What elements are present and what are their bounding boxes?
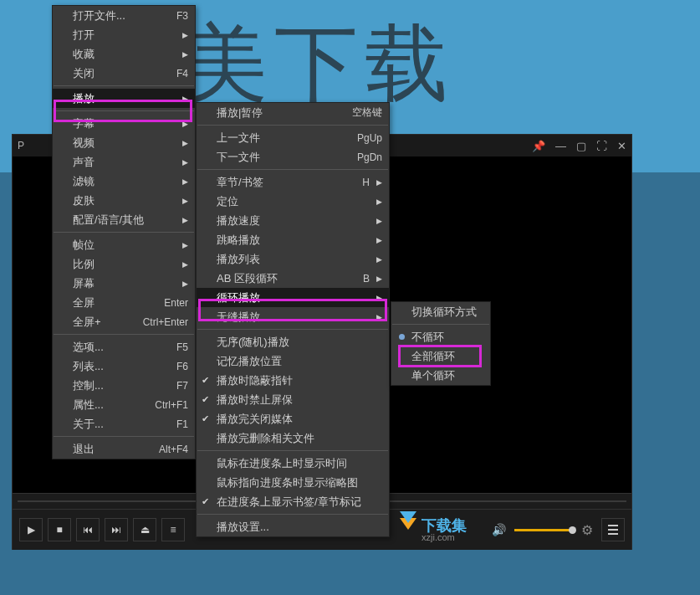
menu-item[interactable]: 退出Alt+F4 (53, 439, 195, 459)
menu-item[interactable]: 播放▶ (53, 89, 195, 108)
menu-item[interactable]: 滤镜▶ (53, 172, 195, 191)
menu-item[interactable]: 不循环 (391, 327, 490, 346)
menu-item[interactable]: 上一文件PgUp (197, 128, 389, 147)
menu-item[interactable]: 全屏Enter (53, 293, 195, 312)
fullscreen-icon[interactable]: ⛶ (596, 140, 607, 152)
menu-shortcut: H (340, 177, 370, 188)
menu-item-label: 播放 (73, 91, 95, 106)
menu-separator (197, 329, 388, 330)
menu-item[interactable]: 关闭F4 (53, 64, 195, 83)
title-text: P (18, 140, 24, 151)
menu-item[interactable]: 章节/书签H▶ (197, 172, 389, 192)
menu-item[interactable]: 播放速度▶ (197, 211, 389, 230)
menu-item[interactable]: 关于...F1 (53, 414, 195, 433)
menu-item[interactable]: 定位▶ (197, 192, 389, 211)
menu-item[interactable]: 单个循环 (391, 366, 490, 385)
menu-shortcut: F1 (155, 418, 188, 430)
submenu-arrow-icon: ▶ (161, 158, 188, 167)
menu-item[interactable]: 帧位▶ (53, 235, 195, 254)
settings-icon[interactable]: ⚙ (581, 522, 593, 538)
menu-item[interactable]: 播放完删除相关文件 (197, 428, 389, 448)
menu-item[interactable]: 鼠标指向进度条时显示缩略图 (197, 473, 389, 492)
menu-item[interactable]: ✔播放完关闭媒体 (197, 409, 389, 428)
menu-item-label: 皮肤 (73, 193, 95, 208)
menu-item[interactable]: 配置/语言/其他▶ (53, 210, 195, 229)
menu-item-label: 帧位 (73, 238, 95, 253)
menu-item[interactable]: 打开文件...F3 (53, 6, 195, 25)
menu-separator (197, 169, 388, 170)
submenu-arrow-icon: ▶ (355, 313, 382, 321)
menu-item-label: 鼠标指向进度条时显示缩略图 (217, 475, 358, 490)
brand-logo: 下载集 xzji.com (400, 518, 467, 542)
menu-item[interactable]: 属性...Ctrl+F1 (53, 395, 195, 414)
submenu-arrow-icon: ▶ (355, 217, 382, 225)
menu-item[interactable]: 无序(随机)播放 (197, 332, 389, 351)
menu-item[interactable]: ✔在进度条上显示书签/章节标记 (197, 492, 389, 511)
menu-item[interactable]: 下一文件PgDn (197, 147, 389, 167)
menu-item[interactable]: 切换循环方式 (391, 302, 490, 321)
submenu-arrow-icon: ▶ (355, 236, 382, 244)
menu-item[interactable]: 跳略播放▶ (197, 230, 389, 249)
menu-item-label: 在进度条上显示书签/章节标记 (217, 495, 361, 510)
menu-item[interactable]: 声音▶ (53, 152, 195, 172)
menu-item[interactable]: 播放设置... (197, 517, 389, 536)
volume-icon[interactable]: 🔊 (492, 523, 506, 536)
menu-item[interactable]: 视频▶ (53, 133, 195, 152)
playlist-button[interactable]: ≡ (161, 518, 185, 541)
close-icon[interactable]: ✕ (617, 140, 626, 152)
menu-shortcut: F6 (155, 361, 188, 372)
menu-item[interactable]: 打开▶ (53, 25, 195, 44)
menu-item[interactable]: 比例▶ (53, 254, 195, 274)
stop-button[interactable]: ■ (48, 518, 71, 541)
menu-shortcut: PgDn (335, 151, 382, 163)
menu-item-label: 上一文件 (217, 131, 260, 146)
menu-item-label: 播放速度 (217, 213, 260, 228)
menu-shortcut: F4 (155, 68, 188, 80)
menu-item-label: 播放时禁止屏保 (217, 392, 293, 408)
menu-item-label: 退出 (73, 442, 95, 457)
menu-shortcut: B (341, 273, 370, 285)
menu-item-label: 声音 (73, 155, 95, 170)
next-button[interactable]: ⏭ (105, 518, 128, 541)
play-button[interactable]: ▶ (19, 518, 43, 541)
menu-item[interactable]: 鼠标在进度条上时显示时间 (197, 454, 389, 473)
menu-item[interactable]: ✔播放时隐蔽指针 (197, 371, 389, 390)
brand-name: 下载集 (422, 517, 467, 534)
menu-item[interactable]: 字幕▶ (53, 114, 195, 133)
menu-item[interactable]: 播放|暂停空格键 (197, 103, 389, 122)
menu-item[interactable]: 全屏+Ctrl+Enter (53, 312, 195, 331)
prev-button[interactable]: ⏮ (76, 518, 100, 541)
context-menu-main: 打开文件...F3打开▶收藏▶关闭F4播放▶字幕▶视频▶声音▶滤镜▶皮肤▶配置/… (52, 5, 196, 459)
menu-item-label: 无序(随机)播放 (217, 335, 289, 350)
maximize-icon[interactable]: ▢ (576, 140, 586, 152)
menu-separator (197, 514, 388, 515)
menu-button[interactable] (601, 518, 625, 541)
menu-item[interactable]: 无缝播放▶ (197, 307, 389, 326)
menu-item[interactable]: AB 区段循环B▶ (197, 269, 389, 288)
submenu-arrow-icon: ▶ (161, 197, 188, 205)
menu-item-label: 视频 (73, 136, 95, 151)
menu-item[interactable]: 列表...F6 (53, 356, 195, 376)
menu-item[interactable]: 控制...F7 (53, 376, 195, 395)
menu-item-label: 循环播放 (217, 290, 260, 305)
minimize-icon[interactable]: — (555, 140, 566, 152)
menu-item[interactable]: 皮肤▶ (53, 191, 195, 210)
menu-item[interactable]: 播放列表▶ (197, 249, 389, 269)
eject-button[interactable]: ⏏ (133, 518, 156, 541)
check-icon: ✔ (202, 496, 209, 507)
pin-icon[interactable]: 📌 (532, 140, 545, 152)
menu-item[interactable]: 全部循环 (391, 346, 490, 366)
menu-item-label: 播放完删除相关文件 (217, 431, 314, 446)
volume-slider[interactable] (514, 529, 573, 531)
menu-item[interactable]: 收藏▶ (53, 44, 195, 64)
menu-item[interactable]: 循环播放▶ (197, 288, 389, 307)
menu-item-label: 列表... (73, 359, 104, 374)
menu-item[interactable]: 屏幕▶ (53, 274, 195, 293)
menu-item[interactable]: 记忆播放位置 (197, 351, 389, 371)
menu-item-label: 关闭 (73, 66, 95, 81)
menu-item[interactable]: 选项...F5 (53, 337, 195, 356)
submenu-arrow-icon: ▶ (161, 50, 188, 59)
logo-arrow-icon (400, 518, 416, 530)
menu-item[interactable]: ✔播放时禁止屏保 (197, 390, 389, 409)
menu-shortcut: PgUp (335, 132, 382, 144)
